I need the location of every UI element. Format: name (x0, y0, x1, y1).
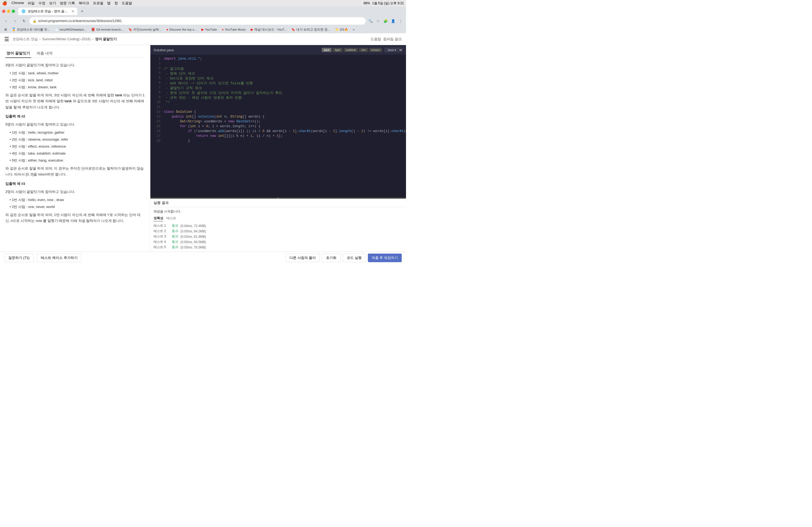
example2-item-5: 5번 사람 : either, hang, executive (10, 157, 145, 163)
results-header: 실행 결과 (150, 199, 406, 207)
menu-window[interactable]: 창 (114, 1, 118, 6)
forward-button[interactable]: › (11, 17, 19, 25)
bookmark-label-10: DS🔥 (340, 28, 348, 31)
table-row: 테스트 5 통과 (0.05ms, 76.5MB) (154, 245, 403, 250)
menu-profile[interactable]: 프로필 (93, 1, 103, 6)
bookmark-favicon-10: 📁 (335, 28, 339, 31)
menu-file[interactable]: 파일 (28, 1, 35, 6)
example2-header: 입출력 예 #2 (5, 114, 145, 119)
bookmark-favicon-7: ● (222, 28, 224, 31)
test-label-5: 테스트 5 (154, 245, 170, 250)
bookmarks-more-btn[interactable]: » (351, 27, 357, 32)
code-editor[interactable]: 1import java.util.*; 2 3/* 알고리즘 4 - 중복 단… (150, 55, 406, 197)
bookmark-label-7: YouTube Music (225, 28, 246, 31)
bookmark-git[interactable]: 📕 Git remote branch... (89, 27, 126, 32)
bookmark-ds[interactable]: 📁 DS🔥 (333, 27, 350, 32)
site-logo-icon: ☰ (4, 36, 9, 42)
menu-help[interactable]: 도움말 (122, 1, 132, 6)
add-test-button[interactable]: 테스트 케이스 추가하기 (37, 254, 82, 262)
results-tab-test[interactable]: 테스트 (166, 215, 176, 221)
breadcrumb-current: 영어 끝말잇기 (95, 37, 117, 42)
new-tab-button[interactable]: + (78, 7, 86, 15)
menu-chrome[interactable]: Chrome (12, 1, 24, 6)
bookmarks-bar: ⊞ 🏅 코딩테스트 대비를 위... 📄 tony9402/baekjoo...… (0, 26, 406, 33)
lock-icon: 🔒 (33, 19, 37, 23)
bookmark-coding-test[interactable]: 🏅 코딩테스트 대비를 위... (10, 27, 52, 32)
window-minimize-btn[interactable] (7, 10, 10, 13)
bookmark-youtube-music[interactable]: ● YouTube Music (220, 27, 248, 32)
table-row: 테스트 4 통과 (0.05ms, 94.5MB) (154, 240, 403, 244)
bookmark-commit[interactable]: 🔖 커밋(commit) 날짜... (126, 27, 164, 32)
tab-submissions[interactable]: 제출 내역 (35, 49, 54, 58)
bookmark-favicon-4: 🔖 (128, 28, 132, 31)
test-results: 테스트 1 통과 (0.04ms, 72.4MB) 테스트 2 통과 (0.05… (154, 224, 403, 250)
bookmarks-apps-btn[interactable]: ⊞ (2, 27, 9, 32)
bookmark-discover[interactable]: ● Discover the top s... (164, 27, 199, 32)
tab-close-icon[interactable]: ✕ (72, 10, 74, 13)
bookmark-youtube[interactable]: ▶ YouTube (199, 27, 219, 32)
apps-icon: ⊞ (4, 28, 7, 31)
menu-edit[interactable]: 수정 (39, 1, 45, 6)
example2-item-1: 1번 사람 : hello, recognize, gather (10, 130, 145, 136)
results-section-label: 실행 결과 (154, 200, 169, 205)
search-icon[interactable]: 🔍 (367, 18, 374, 24)
apple-menu-icon[interactable]: 🍎 (2, 1, 7, 6)
breadcrumb-home[interactable]: 코딩테스트 연습 (12, 37, 38, 42)
test-label-4: 테스트 4 (154, 240, 170, 244)
test-info-1: (0.04ms, 72.4MB) (180, 224, 206, 228)
table-row: 테스트 3 통과 (0.03ms, 81.4MB) (154, 234, 403, 239)
bookmark-favicon-9: 🔖 (291, 28, 295, 31)
extensions-icon[interactable]: 🧩 (382, 18, 389, 24)
site-header: ☰ 코딩테스트 연습 › Summer/Winter Coding(~2018)… (0, 33, 406, 45)
example1-item-2: 2번 사람 : kick, land, robot (10, 77, 145, 83)
question-button[interactable]: 질문하기 (71) (4, 254, 33, 262)
menu-tab[interactable]: 탭 (107, 1, 111, 6)
theme-sublime-btn[interactable]: sublime (344, 48, 358, 52)
help-link[interactable]: 도움말 (371, 37, 381, 42)
breadcrumb-section[interactable]: Summer/Winter Coding(~2018) (42, 37, 90, 41)
submit-button[interactable]: 제출 후 채점하기 (368, 254, 402, 262)
results-tab-accuracy[interactable]: 정확성 (154, 215, 163, 221)
menu-bookmarks[interactable]: 북마크 (79, 1, 89, 6)
bookmark-icon[interactable]: ☆ (375, 18, 381, 24)
window-close-btn[interactable] (2, 10, 5, 13)
active-tab[interactable]: 🌐 코딩테스트 연습 - 영어 끝말잇기 | ✕ (18, 7, 77, 15)
theme-vim-btn[interactable]: vim (359, 48, 368, 52)
bookmark-favicon-6: ▶ (201, 28, 204, 31)
tab-problem[interactable]: 영어 끝말잇기 (5, 49, 31, 58)
bookmark-favicon-5: ● (166, 28, 168, 31)
problem-content: 3명의 사람이 끝말잇기에 참여하고 있습니다. 1번 사람 : tank, w… (5, 62, 145, 224)
bookmark-notes[interactable]: 🔖 내가 보려고 정리한 정... (289, 27, 332, 32)
menu-history[interactable]: 방문 기록 (60, 1, 75, 6)
reload-button[interactable]: ↻ (20, 17, 28, 25)
account-icon[interactable]: 👤 (390, 18, 396, 24)
back-button[interactable]: ‹ (2, 17, 10, 25)
tab-favicon: 🌐 (21, 10, 26, 13)
others-solutions-button[interactable]: 다른 사람의 풀이 (286, 254, 320, 262)
table-row: 테스트 2 통과 (0.05ms, 84.2MB) (154, 229, 403, 234)
url-bar[interactable]: 🔒 school.programmers.co.kr/learn/courses… (30, 17, 366, 25)
battery-status: 88% (364, 1, 370, 5)
run-button[interactable]: 코드 실행 (343, 254, 366, 262)
init-button[interactable]: 초기화 (322, 254, 340, 262)
window-maximize-btn[interactable] (12, 10, 15, 13)
bookmark-channel[interactable]: ▶ 채널 대시보드 - YouT... (249, 27, 289, 32)
bookmark-label-4: 커밋(commit) 날짜... (133, 28, 162, 32)
bookmark-favicon-8: ▶ (251, 28, 253, 31)
page-content: ☰ 코딩테스트 연습 › Summer/Winter Coding(~2018)… (0, 33, 406, 264)
menu-view[interactable]: 보기 (49, 1, 56, 6)
example2-item-4: 4번 사람 : take, establish, estimate (10, 151, 145, 156)
bookmark-tony[interactable]: 📄 tony9402/baekjoo... (53, 27, 89, 32)
bookmark-favicon-2: 📄 (55, 28, 59, 31)
language-selector[interactable]: Java ▾ (384, 47, 403, 52)
example2-list: 1번 사람 : hello, recognize, gather 2번 사람 :… (5, 130, 145, 163)
theme-emacs-btn[interactable]: emacs (369, 48, 382, 52)
compile-options-link[interactable]: 컴파일 옵션 (383, 37, 402, 42)
theme-dark-btn[interactable]: dark (322, 48, 332, 52)
theme-light-btn[interactable]: light (333, 48, 342, 52)
example2-item-2: 2번 사람 : observe, encourage, refer (10, 137, 145, 142)
menubar: 🍎 Chrome 파일 수정 보기 방문 기록 북마크 프로필 탭 창 도움말 … (0, 0, 406, 6)
test-status-3: 통과 (172, 234, 178, 239)
menu-icon[interactable]: ⋮ (397, 18, 404, 24)
url-text: school.programmers.co.kr/learn/courses/3… (38, 19, 122, 23)
